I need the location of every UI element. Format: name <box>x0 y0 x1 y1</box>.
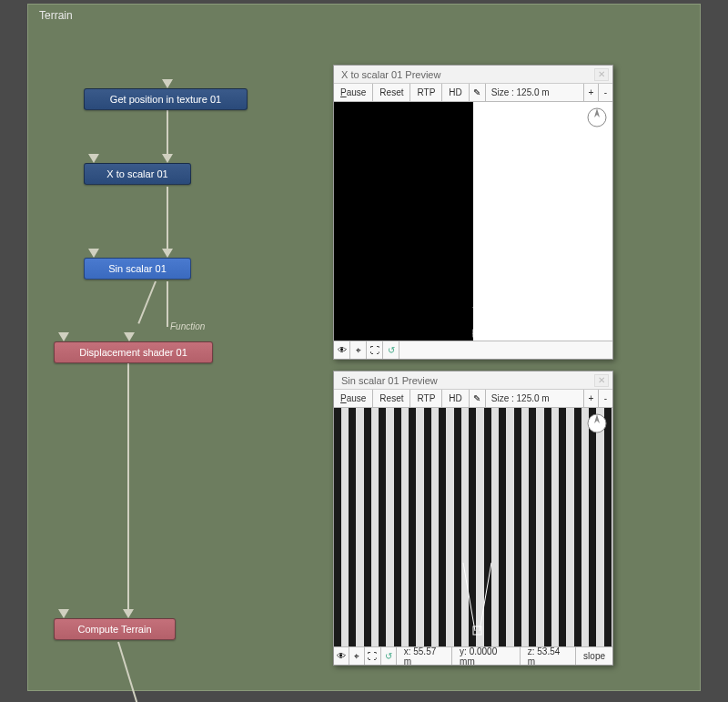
connection <box>167 187 168 249</box>
hd-button[interactable]: HD <box>442 84 469 101</box>
zoom-in-button[interactable]: + <box>583 390 598 407</box>
panel-title: Terrain <box>28 5 700 26</box>
close-icon[interactable]: ✕ <box>594 68 609 81</box>
rtp-button[interactable]: RTP <box>410 390 442 407</box>
preview-viewport[interactable] <box>334 102 612 341</box>
arrow-icon <box>123 609 134 618</box>
arrow-icon <box>162 79 173 88</box>
preview-footer: 👁 ⌖ ⛶ ↺ x: 55.57 m y: 0.0000 mm z: 53.54… <box>334 646 612 665</box>
eye-icon[interactable]: 👁 <box>334 341 350 359</box>
camera-icon[interactable] <box>461 554 498 637</box>
compass-icon[interactable] <box>586 107 608 128</box>
coord-y: y: 0.0000 mm <box>452 647 521 665</box>
arrow-icon <box>58 609 69 618</box>
target-icon[interactable]: ⌖ <box>350 341 367 359</box>
coord-x: x: 55.57 m <box>397 647 452 665</box>
preview-title: Sin scalar 01 Preview <box>338 375 594 386</box>
zoom-out-button[interactable]: - <box>598 84 612 101</box>
reset-button[interactable]: Reset <box>373 84 410 101</box>
close-icon[interactable]: ✕ <box>594 374 609 387</box>
expand-icon[interactable]: ⛶ <box>367 341 383 359</box>
pause-button[interactable]: Pause <box>334 84 373 101</box>
svg-line-8 <box>480 563 491 631</box>
connection <box>137 281 157 324</box>
node-x-to-scalar[interactable]: X to scalar 01 <box>84 163 191 185</box>
preview-toolbar: Pause Reset RTP HD ✎ Size : 125.0 m + - <box>334 390 612 408</box>
terrain-panel: Terrain Function Get position in texture… <box>27 4 701 691</box>
arrow-icon <box>162 154 173 163</box>
refresh-icon[interactable]: ↺ <box>381 647 397 665</box>
node-sin-scalar[interactable]: Sin scalar 01 <box>84 258 191 280</box>
preview-x-to-scalar: X to scalar 01 Preview ✕ Pause Reset RTP… <box>333 65 613 360</box>
function-label: Function <box>170 321 205 331</box>
node-displacement-shader[interactable]: Displacement shader 01 <box>54 341 213 363</box>
refresh-icon[interactable]: ↺ <box>383 341 399 359</box>
connection <box>167 281 168 327</box>
camera-icon[interactable] <box>469 293 496 341</box>
connection <box>167 110 168 154</box>
size-label: Size : 125.0 m <box>486 87 583 97</box>
target-icon[interactable]: ⌖ <box>349 647 365 665</box>
preview-sin-scalar: Sin scalar 01 Preview ✕ Pause Reset RTP … <box>333 371 613 666</box>
preview-viewport[interactable] <box>334 408 612 646</box>
arrow-icon <box>88 154 99 163</box>
reset-button[interactable]: Reset <box>373 390 410 407</box>
preview-titlebar[interactable]: X to scalar 01 Preview ✕ <box>334 66 612 84</box>
brush-icon[interactable]: ✎ <box>470 390 486 407</box>
eye-icon[interactable]: 👁 <box>334 647 349 665</box>
node-compute-terrain[interactable]: Compute Terrain <box>54 618 176 640</box>
preview-title: X to scalar 01 Preview <box>338 69 594 80</box>
svg-line-7 <box>463 563 475 631</box>
preview-toolbar: Pause Reset RTP HD ✎ Size : 125.0 m + - <box>334 84 612 102</box>
coord-z: z: 53.54 m <box>521 647 576 665</box>
size-label: Size : 125.0 m <box>486 393 583 403</box>
preview-footer: 👁 ⌖ ⛶ ↺ <box>334 341 612 359</box>
node-get-position[interactable]: Get position in texture 01 <box>84 88 248 110</box>
arrow-icon <box>162 249 173 258</box>
pause-button[interactable]: Pause <box>334 390 373 407</box>
slope-label: slope <box>576 647 612 665</box>
arrow-icon <box>88 249 99 258</box>
arrow-icon <box>58 332 69 341</box>
connection <box>127 363 129 611</box>
brush-icon[interactable]: ✎ <box>470 84 486 101</box>
preview-titlebar[interactable]: Sin scalar 01 Preview ✕ <box>334 371 612 390</box>
zoom-in-button[interactable]: + <box>583 84 598 101</box>
expand-icon[interactable]: ⛶ <box>365 647 380 665</box>
connection <box>117 642 143 702</box>
compass-icon[interactable] <box>586 412 608 434</box>
svg-line-2 <box>473 295 489 334</box>
zoom-out-button[interactable]: - <box>598 390 612 407</box>
node-graph[interactable]: Function Get position in texture 01 X to… <box>28 26 700 702</box>
rtp-button[interactable]: RTP <box>410 84 442 101</box>
arrow-icon <box>124 332 135 341</box>
hd-button[interactable]: HD <box>442 390 469 407</box>
